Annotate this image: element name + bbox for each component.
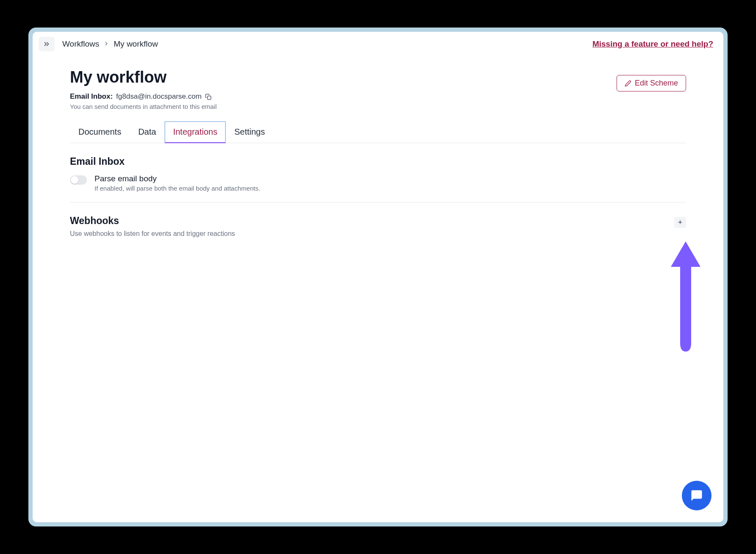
webhooks-section: Webhooks Use webhooks to listen for even… [70,215,686,248]
pencil-icon [625,80,631,87]
breadcrumb-current: My workflow [114,39,158,49]
breadcrumb-parent[interactable]: Workflows [62,39,99,49]
tab-settings[interactable]: Settings [226,121,273,143]
parse-email-toggle[interactable] [70,175,87,185]
svg-rect-0 [207,96,211,99]
email-inbox-label: Email Inbox: [70,92,113,101]
tab-integrations[interactable]: Integrations [164,121,226,143]
parse-email-label: Parse email body [94,174,686,183]
expand-sidebar-button[interactable] [39,37,55,51]
tabs: Documents Data Integrations Settings [70,121,686,143]
tab-data[interactable]: Data [130,121,164,143]
toggle-knob [71,176,78,184]
add-webhook-button[interactable]: + [674,217,686,228]
chat-widget-button[interactable] [682,481,712,510]
email-inbox-hint: You can send documents in attachment to … [70,103,217,110]
page-title: My workflow [70,68,217,86]
webhooks-section-desc: Use webhooks to listen for events and tr… [70,230,235,238]
chat-icon [690,489,703,502]
chevron-right-icon [103,39,109,49]
tab-documents[interactable]: Documents [70,121,130,143]
annotation-arrow [667,237,705,356]
webhooks-section-title: Webhooks [70,215,235,227]
edit-scheme-button[interactable]: Edit Scheme [617,75,686,91]
email-inbox-section: Email Inbox Parse email body If enabled,… [70,156,686,202]
edit-scheme-label: Edit Scheme [635,79,678,88]
help-link[interactable]: Missing a feature or need help? [592,39,713,49]
parse-email-desc: If enabled, will parse both the email bo… [94,185,686,192]
email-inbox-value: fg8dsa@in.docsparse.com [116,92,202,101]
topbar: Workflows My workflow Missing a feature … [33,32,723,56]
email-inbox-section-title: Email Inbox [70,156,686,167]
copy-icon [205,94,211,100]
plus-icon: + [678,218,683,227]
copy-button[interactable] [205,94,211,100]
chevron-double-right-icon [43,40,50,48]
breadcrumb: Workflows My workflow [62,39,158,49]
